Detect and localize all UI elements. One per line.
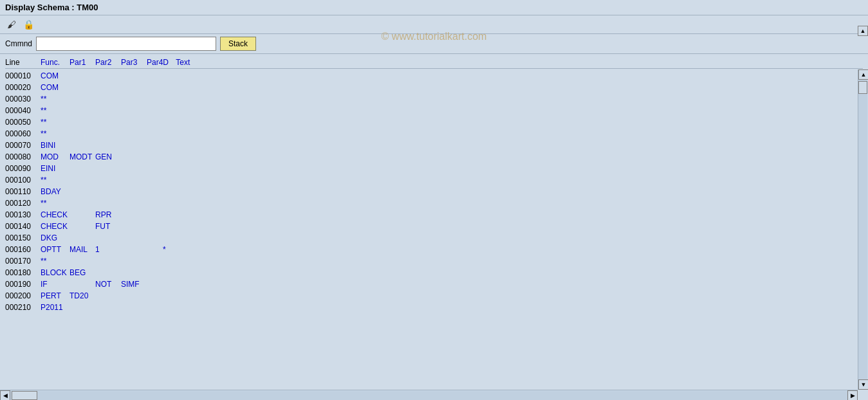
table-row[interactable]: 000070BINI — [5, 140, 863, 151]
scroll-right-arrow[interactable]: ▶ — [847, 390, 858, 401]
table-row[interactable]: 000160OPTTMAIL1* — [5, 244, 863, 255]
cell — [163, 221, 176, 232]
cell — [69, 105, 95, 116]
scroll-up-arrow[interactable]: ▲ — [858, 26, 868, 36]
table-row[interactable]: 000180BLOCKBEG — [5, 267, 863, 278]
cell: 000130 — [5, 210, 41, 220]
scroll-down-at-top[interactable]: ▲ — [858, 69, 868, 80]
table-row[interactable]: 000030** — [5, 93, 863, 105]
cell — [121, 163, 147, 174]
cell: CHECK — [41, 210, 69, 220]
bottom-scrollbar[interactable]: ◀ ▶ — [0, 390, 858, 400]
table-row[interactable]: 000020COM — [5, 82, 863, 93]
title-bar: Display Schema : TM00 — [0, 0, 868, 15]
cell — [69, 82, 95, 93]
cell — [176, 291, 240, 301]
col-header-text: Text — [176, 58, 240, 67]
col-header-par2: Par2 — [95, 58, 121, 67]
cell — [176, 105, 240, 116]
cell — [176, 198, 240, 208]
col-header-line: Line — [5, 58, 41, 67]
table-row[interactable]: 000060** — [5, 128, 863, 140]
cell — [176, 175, 240, 185]
cell: DKG — [41, 233, 69, 243]
cell: PERT — [41, 291, 69, 301]
scroll-thumb-vertical[interactable] — [858, 81, 867, 94]
main-wrapper: Display Schema : TM00 🖌 🔒 © www.tutorial… — [0, 0, 868, 400]
cell — [176, 186, 240, 197]
cell — [176, 117, 240, 127]
cell — [147, 268, 163, 278]
cell — [69, 233, 95, 243]
cell: ** — [41, 256, 69, 266]
right-scrollbar[interactable]: ▲ ▼ — [858, 69, 868, 390]
cell — [69, 94, 95, 104]
table-row[interactable]: 000100** — [5, 174, 863, 186]
cell: 000090 — [5, 163, 41, 174]
cell — [176, 256, 240, 266]
cell — [95, 233, 121, 243]
scroll-left-arrow[interactable]: ◀ — [0, 390, 10, 401]
table-row[interactable]: 000170** — [5, 255, 863, 267]
stack-button[interactable]: Stack — [220, 37, 256, 51]
table-row[interactable]: 000150DKG — [5, 232, 863, 244]
column-headers: Line Func. Par1 Par2 Par3 Par4 D Text — [5, 57, 863, 69]
cell: GEN — [95, 152, 121, 162]
col-header-par3: Par3 — [121, 58, 147, 67]
cell — [147, 186, 163, 197]
cell — [121, 175, 147, 185]
table-row[interactable]: 000190IFNOTSIMF — [5, 278, 863, 290]
cell: 000180 — [5, 268, 41, 278]
table-row[interactable]: 000040** — [5, 105, 863, 116]
content-area: Line Func. Par1 Par2 Par3 Par4 D Text 00… — [0, 54, 868, 377]
cell — [176, 163, 240, 174]
cell: MODT — [69, 152, 95, 162]
cell — [147, 256, 163, 266]
cell: TD20 — [69, 291, 95, 301]
cell: BEG — [69, 268, 95, 278]
col-header-par1: Par1 — [69, 58, 95, 67]
table-row[interactable]: 000140CHECKFUT — [5, 221, 863, 232]
cell: BDAY — [41, 186, 69, 197]
cell — [69, 210, 95, 220]
cell: BINI — [41, 140, 69, 150]
table-row[interactable]: 000010COM — [5, 70, 863, 82]
cell — [147, 291, 163, 301]
cell — [69, 129, 95, 139]
cell — [69, 175, 95, 185]
cell — [121, 129, 147, 139]
cell — [69, 117, 95, 127]
cell — [147, 71, 163, 81]
table-row[interactable]: 000200PERTTD20 — [5, 290, 863, 302]
cell — [163, 210, 176, 220]
cell: 000200 — [5, 291, 41, 301]
cell: 000030 — [5, 94, 41, 104]
table-row[interactable]: 000120** — [5, 197, 863, 209]
table-row[interactable]: 000110BDAY — [5, 186, 863, 197]
cell — [69, 163, 95, 174]
paint-icon[interactable]: 🖌 — [5, 18, 18, 31]
table-row[interactable]: 000210P2011 — [5, 302, 863, 313]
cell — [176, 302, 240, 313]
command-input[interactable] — [36, 37, 216, 51]
scroll-down-arrow[interactable]: ▼ — [858, 379, 868, 390]
cell — [147, 82, 163, 93]
cell — [176, 210, 240, 220]
cell: 000040 — [5, 105, 41, 116]
cell — [95, 198, 121, 208]
table-row[interactable]: 000080MODMODTGEN — [5, 151, 863, 163]
scroll-thumb-horizontal[interactable] — [12, 391, 37, 400]
scroll-track-vertical[interactable] — [858, 80, 867, 379]
lock-icon[interactable]: 🔒 — [22, 18, 35, 31]
cell — [176, 233, 240, 243]
cell: 000020 — [5, 82, 41, 93]
cell — [95, 82, 121, 93]
cell — [163, 268, 176, 278]
scroll-track-horizontal[interactable] — [10, 391, 847, 400]
table-row[interactable]: 000130CHECKRPR — [5, 209, 863, 221]
table-row[interactable]: 000050** — [5, 116, 863, 128]
scrollbar-up-arrow[interactable]: ▲ — [858, 26, 868, 36]
table-row[interactable]: 000090EINI — [5, 163, 863, 174]
cell — [121, 82, 147, 93]
col-header-func: Func. — [41, 58, 69, 67]
